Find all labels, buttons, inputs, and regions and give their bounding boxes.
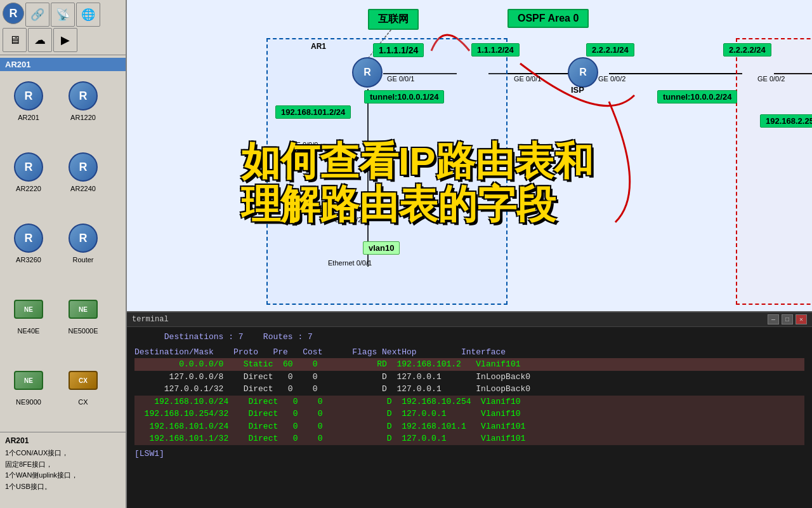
ar3260-label: AR3260 xyxy=(16,256,41,264)
terminal-area: terminal — □ ✕ Destinations : 7 Routes :… xyxy=(127,311,812,508)
ip-label-4: 2.2.2.2/24 xyxy=(723,43,771,57)
ip-label-2: 1.1.1.2/24 xyxy=(471,43,520,57)
cx-label: CX xyxy=(78,398,88,406)
ge-label-6: GE 0/0/0 xyxy=(291,141,318,149)
sidebar-devices-list: R AR201 R AR1220 R AR2220 R AR2240 xyxy=(0,74,126,432)
terminal-row-6: 192.168.101.1/32 Direct 0 0 D 127.0.0.1 … xyxy=(134,432,804,445)
icon-btn-globe[interactable]: 🌐 xyxy=(76,3,100,27)
icon-btn-play[interactable]: ▶ xyxy=(53,28,77,52)
ge-label-1: GE 0/0/1 xyxy=(387,75,414,83)
terminal-row-0: 0.0.0.0/0 Static 60 0 RD 192.168.101.2 V… xyxy=(134,358,804,371)
ar1220-icon: R xyxy=(67,79,100,112)
ne9000-icon: NE xyxy=(12,364,45,397)
ip-label-1: 1.1.1.1/24 xyxy=(373,43,424,57)
ne40e-label: NE40E xyxy=(18,327,40,335)
terminal-row-4: 192.168.10.254/32 Direct 0 0 D 127.0.0.1… xyxy=(134,408,804,420)
sidebar: R 🔗 📡 🌐 🖥 ☁ ▶ AR201 R AR201 R AR1220 R xyxy=(0,0,127,508)
terminal-row-3: 192.168.10.0/24 Direct 0 0 D 192.168.10.… xyxy=(134,396,804,408)
icon-btn-cloud[interactable]: ☁ xyxy=(28,28,52,52)
ge-label-3: GE 0/0/2 xyxy=(598,75,625,83)
ne5000e-icon: NE xyxy=(67,293,100,326)
internet-label: 互联网 xyxy=(368,9,419,30)
vlan10-label: vlan10 xyxy=(363,241,400,255)
ar1-node-label: AR1 xyxy=(311,42,326,51)
router-ar1[interactable]: R xyxy=(352,57,383,88)
diagram-area: 互联网 OSPF Area 0 AR1 1.1.1.1/24 1.1.1.2/2… xyxy=(127,0,812,311)
terminal-row-2: 127.0.0.1/32 Direct 0 0 D 127.0.0.1 InLo… xyxy=(134,383,804,396)
sidebar-item-ar1220[interactable]: R AR1220 xyxy=(57,76,109,145)
isp-label: ISP xyxy=(571,85,584,95)
minimize-button[interactable]: — xyxy=(768,314,779,324)
ar2220-icon: R xyxy=(12,150,45,184)
sidebar-item-cx[interactable]: CX CX xyxy=(57,361,109,429)
terminal-summary: Destinations : 7 Routes : 7 xyxy=(134,331,804,344)
overlay-text: 如何查看IP路由表和 理解路由表的字段 xyxy=(241,140,593,226)
sidebar-top-toolbar: R 🔗 📡 🌐 🖥 ☁ ▶ xyxy=(0,0,126,55)
terminal-bottom-label: [LSW1] xyxy=(134,448,804,460)
terminal-row-1: 127.0.0.0/8 Direct 0 0 D 127.0.0.1 InLoo… xyxy=(134,371,804,384)
sidebar-info-text: 1个CON/AUX接口，固定8FE接口，1个WAN侧uplink接口，1个USB… xyxy=(5,448,121,492)
terminal-titlebar: terminal — □ ✕ xyxy=(127,312,812,327)
ne9000-label: NE9000 xyxy=(16,398,41,406)
router-label: Router xyxy=(72,256,93,264)
sidebar-item-router[interactable]: R Router xyxy=(57,218,109,287)
sidebar-item-ar2220[interactable]: R AR2220 xyxy=(3,147,55,216)
sidebar-item-ar201[interactable]: R AR201 xyxy=(3,76,55,145)
terminal-content: Destinations : 7 Routes : 7 Destination/… xyxy=(127,327,812,506)
sidebar-item-ne5000e[interactable]: NE NE5000E xyxy=(57,290,109,358)
router-isp[interactable]: R xyxy=(568,57,598,88)
close-button[interactable]: ✕ xyxy=(796,314,807,324)
ge-label-eth1: Ethernet 0/0/1 xyxy=(328,259,372,267)
icon-btn-wifi[interactable]: 📡 xyxy=(51,3,75,27)
sidebar-item-ne40e[interactable]: NE NE40E xyxy=(3,290,55,358)
terminal-row-5: 192.168.101.0/24 Direct 0 0 D 192.168.10… xyxy=(134,420,804,433)
ip-label-3: 2.2.2.1/24 xyxy=(586,43,634,57)
terminal-title: terminal xyxy=(132,315,169,324)
ar3260-icon: R xyxy=(12,222,45,255)
terminal-table-header: Destination/Mask Proto Pre Cost Flags Ne… xyxy=(134,346,804,359)
overlay-line2: 理解路由表的字段 xyxy=(241,183,593,226)
ar201-label: AR201 xyxy=(18,114,39,121)
cx-icon: CX xyxy=(67,364,100,397)
sidebar-info: AR201 1个CON/AUX接口，固定8FE接口，1个WAN侧uplink接口… xyxy=(0,432,126,508)
titlebar-buttons: — □ ✕ xyxy=(768,314,807,324)
topology-svg xyxy=(127,0,812,311)
ne40e-icon: NE xyxy=(12,293,45,326)
ospf-label: OSPF Area 0 xyxy=(508,9,589,28)
tunnel-label-1: tunnel:10.0.0.1/24 xyxy=(364,90,444,104)
sidebar-info-title: AR201 xyxy=(5,436,121,445)
sidebar-item-ar2240[interactable]: R AR2240 xyxy=(57,147,109,216)
ar201-icon: R xyxy=(12,79,45,112)
ar2240-label: AR2240 xyxy=(70,185,96,192)
sidebar-section-label: AR201 xyxy=(0,58,126,71)
router-icon: R xyxy=(67,222,100,255)
ar2240-icon: R xyxy=(67,150,100,184)
ge-label-7: GE 0/0/2 xyxy=(334,216,362,224)
ge-label-4: GE 0/0/2 xyxy=(757,75,785,83)
sidebar-item-ne9000[interactable]: NE NE9000 xyxy=(3,361,55,429)
icon-btn-link[interactable]: 🔗 xyxy=(25,3,49,27)
ar2220-label: AR2220 xyxy=(16,185,41,192)
ge-label-2: GE 0/0/1 xyxy=(514,75,541,83)
restore-button[interactable]: □ xyxy=(782,314,793,324)
ar1220-label: AR1220 xyxy=(70,114,96,121)
icon-btn-monitor[interactable]: 🖥 xyxy=(3,28,27,52)
ne5000e-label: NE5000E xyxy=(68,327,98,335)
main-content: 互联网 OSPF Area 0 AR1 1.1.1.1/24 1.1.1.2/2… xyxy=(127,0,812,508)
tunnel-label-2: tunnel:10.0.0.2/24 xyxy=(657,90,737,104)
sidebar-item-ar3260[interactable]: R AR3260 xyxy=(3,218,55,287)
ip-192-101: 192.168.101.2/24 xyxy=(275,105,351,119)
icon-btn-r[interactable]: R xyxy=(3,3,24,24)
ip-192-2: 192.168.2.254/24 xyxy=(760,114,812,128)
